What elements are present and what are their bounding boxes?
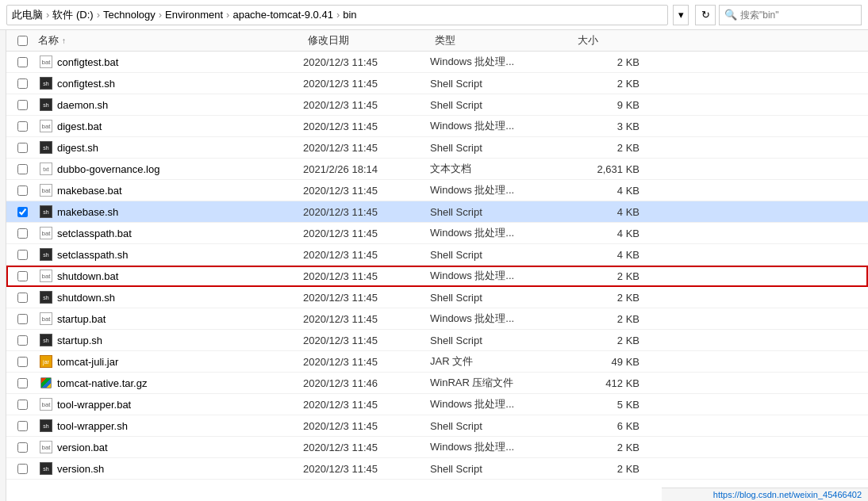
file-date: 2020/12/3 11:45 xyxy=(303,78,430,90)
row-checkbox[interactable] xyxy=(6,378,38,388)
search-input[interactable] xyxy=(740,10,851,21)
table-row[interactable]: sh tool-wrapper.sh 2020/12/3 11:45 Shell… xyxy=(6,415,868,437)
row-select-checkbox[interactable] xyxy=(17,464,28,474)
file-date: 2020/12/3 11:45 xyxy=(303,142,430,154)
row-checkbox[interactable] xyxy=(6,442,38,453)
row-checkbox[interactable] xyxy=(6,293,38,303)
bat-icon: bat xyxy=(40,398,52,411)
row-checkbox[interactable] xyxy=(6,464,38,474)
table-row[interactable]: bat makebase.bat 2020/12/3 11:45 Windows… xyxy=(6,180,868,201)
search-box[interactable]: 🔍 xyxy=(719,5,862,25)
table-row[interactable]: sh makebase.sh 2020/12/3 11:45 Shell Scr… xyxy=(6,201,868,223)
col-header-date[interactable]: 修改日期 xyxy=(308,33,435,48)
row-checkbox[interactable] xyxy=(6,164,38,174)
breadcrumb-item-2[interactable]: Technology xyxy=(103,9,156,21)
row-checkbox[interactable] xyxy=(6,314,38,324)
row-checkbox[interactable] xyxy=(6,57,38,67)
file-name: startup.sh xyxy=(57,335,303,346)
file-date: 2020/12/3 11:45 xyxy=(303,249,430,261)
file-date: 2020/12/3 11:45 xyxy=(303,56,430,68)
header-checkbox[interactable] xyxy=(6,36,38,46)
row-select-checkbox[interactable] xyxy=(17,57,28,67)
breadcrumb[interactable]: 此电脑 › 软件 (D:) › Technology › Environment… xyxy=(6,5,668,25)
row-checkbox[interactable] xyxy=(6,400,38,410)
row-select-checkbox[interactable] xyxy=(17,78,28,89)
table-row[interactable]: bat shutdown.bat 2020/12/3 11:45 Windows… xyxy=(6,266,868,287)
row-select-checkbox[interactable] xyxy=(17,271,28,281)
refresh-button[interactable]: ↻ xyxy=(695,5,716,25)
file-size: 3 KB xyxy=(573,120,652,132)
row-select-checkbox[interactable] xyxy=(17,378,28,388)
table-row[interactable]: jar tomcat-juli.jar 2020/12/3 11:45 JAR … xyxy=(6,351,868,373)
table-row[interactable]: bat configtest.bat 2020/12/3 11:45 Windo… xyxy=(6,52,868,73)
row-select-checkbox[interactable] xyxy=(17,335,28,346)
row-checkbox[interactable] xyxy=(6,357,38,367)
row-select-checkbox[interactable] xyxy=(17,400,28,410)
row-checkbox[interactable] xyxy=(6,185,38,196)
breadcrumb-item-1[interactable]: 软件 (D:) xyxy=(52,8,93,22)
breadcrumb-item-5[interactable]: bin xyxy=(343,9,356,21)
row-select-checkbox[interactable] xyxy=(17,121,28,132)
breadcrumb-item-4[interactable]: apache-tomcat-9.0.41 xyxy=(232,9,332,21)
file-date: 2020/12/3 11:45 xyxy=(303,120,430,132)
log-icon: txt xyxy=(40,163,52,175)
table-row[interactable]: sh configtest.sh 2020/12/3 11:45 Shell S… xyxy=(6,73,868,94)
bat-icon: bat xyxy=(40,227,52,239)
col-header-name[interactable]: 名称 ↑ xyxy=(38,33,308,48)
row-select-checkbox[interactable] xyxy=(17,357,28,367)
col-header-type[interactable]: 类型 xyxy=(435,33,578,48)
col-header-size[interactable]: 大小 xyxy=(578,33,657,48)
file-date: 2020/12/3 11:45 xyxy=(303,356,430,368)
sh-icon: sh xyxy=(40,291,52,304)
row-select-checkbox[interactable] xyxy=(17,143,28,153)
table-row[interactable]: sh daemon.sh 2020/12/3 11:45 Shell Scrip… xyxy=(6,94,868,116)
table-row[interactable]: bat version.bat 2020/12/3 11:45 Windows … xyxy=(6,437,868,458)
select-all-checkbox[interactable] xyxy=(17,36,28,46)
file-name: startup.bat xyxy=(57,313,303,325)
row-select-checkbox[interactable] xyxy=(17,250,28,260)
file-size: 2 KB xyxy=(573,142,652,154)
file-size: 4 KB xyxy=(573,206,652,218)
file-icon-cell: sh xyxy=(38,332,54,348)
table-row[interactable]: bat digest.bat 2020/12/3 11:45 Windows 批… xyxy=(6,116,868,137)
row-checkbox[interactable] xyxy=(6,335,38,346)
row-select-checkbox[interactable] xyxy=(17,293,28,303)
row-select-checkbox[interactable] xyxy=(17,100,28,110)
file-type: Windows 批处理... xyxy=(430,440,573,454)
address-dropdown-button[interactable]: ▾ xyxy=(673,5,689,25)
row-checkbox[interactable] xyxy=(6,271,38,281)
row-checkbox[interactable] xyxy=(6,207,38,217)
table-row[interactable]: sh setclasspath.sh 2020/12/3 11:45 Shell… xyxy=(6,244,868,266)
row-checkbox[interactable] xyxy=(6,100,38,110)
table-row[interactable]: txt dubbo-governance.log 2021/2/26 18:14… xyxy=(6,159,868,180)
row-select-checkbox[interactable] xyxy=(17,421,28,431)
row-select-checkbox[interactable] xyxy=(17,228,28,239)
row-select-checkbox[interactable] xyxy=(17,185,28,196)
table-row[interactable]: tomcat-native.tar.gz 2020/12/3 11:46 Win… xyxy=(6,373,868,394)
row-select-checkbox[interactable] xyxy=(17,442,28,453)
row-select-checkbox[interactable] xyxy=(17,314,28,324)
file-size: 9 KB xyxy=(573,99,652,111)
row-checkbox[interactable] xyxy=(6,421,38,431)
breadcrumb-item-0[interactable]: 此电脑 xyxy=(12,8,43,22)
table-row[interactable]: sh digest.sh 2020/12/3 11:45 Shell Scrip… xyxy=(6,137,868,159)
file-size: 2 KB xyxy=(573,292,652,304)
table-row[interactable]: bat setclasspath.bat 2020/12/3 11:45 Win… xyxy=(6,223,868,244)
row-select-checkbox[interactable] xyxy=(17,207,28,217)
table-row[interactable]: bat tool-wrapper.bat 2020/12/3 11:45 Win… xyxy=(6,394,868,415)
row-checkbox[interactable] xyxy=(6,250,38,260)
file-list-container[interactable]: 名称 ↑ 修改日期 类型 大小 bat configtest.bat 2020/… xyxy=(6,30,868,501)
row-checkbox[interactable] xyxy=(6,228,38,239)
row-checkbox[interactable] xyxy=(6,78,38,89)
table-row[interactable]: sh shutdown.sh 2020/12/3 11:45 Shell Scr… xyxy=(6,287,868,308)
file-size: 2,631 KB xyxy=(573,163,652,175)
breadcrumb-item-3[interactable]: Environment xyxy=(165,9,223,21)
row-select-checkbox[interactable] xyxy=(17,164,28,174)
file-type: Windows 批处理... xyxy=(430,312,573,326)
table-row[interactable]: sh startup.sh 2020/12/3 11:45 Shell Scri… xyxy=(6,330,868,351)
row-checkbox[interactable] xyxy=(6,143,38,153)
table-row[interactable]: sh version.sh 2020/12/3 11:45 Shell Scri… xyxy=(6,458,868,480)
row-checkbox[interactable] xyxy=(6,121,38,132)
table-row[interactable]: bat startup.bat 2020/12/3 11:45 Windows … xyxy=(6,308,868,330)
search-icon: 🔍 xyxy=(724,9,737,21)
